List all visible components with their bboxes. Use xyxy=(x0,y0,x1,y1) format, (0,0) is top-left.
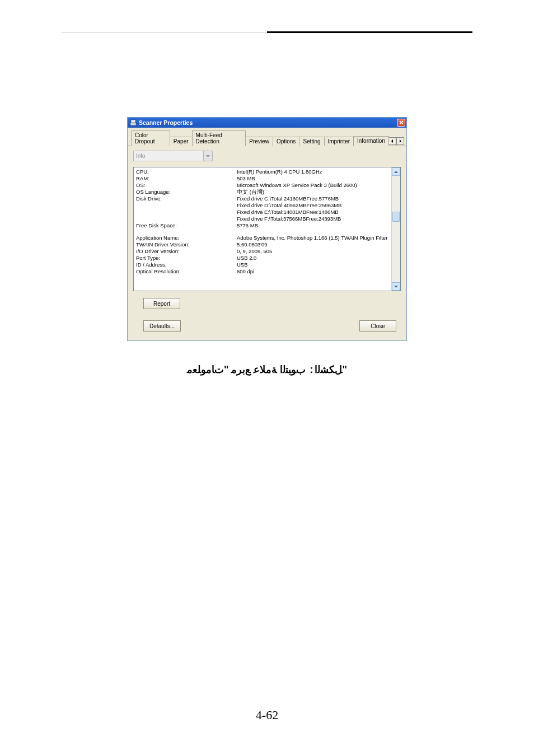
close-icon[interactable] xyxy=(397,119,405,127)
info-list: CPU:Intel(R) Pentium(R) 4 CPU 1.80GHzRAM… xyxy=(133,167,401,291)
info-key xyxy=(136,209,237,216)
tab-scroll-right[interactable] xyxy=(396,137,404,145)
info-value: 5776 MB xyxy=(237,222,389,229)
info-value: Fixed drive C:\Total:24160MBFree:5776MB xyxy=(237,195,389,202)
scanner-properties-window: Scanner Properties Color Dropout Paper M… xyxy=(127,117,407,341)
tab-color-dropout[interactable]: Color Dropout xyxy=(131,130,170,146)
info-row: TWAIN Driver Version:5.60.0803'09 xyxy=(136,241,389,248)
info-row: I/O Driver Version:0, 9, 2009, 505 xyxy=(136,248,389,255)
info-row: Free Disk Space:5776 MB xyxy=(136,222,389,229)
info-key xyxy=(136,216,237,222)
defaults-button[interactable]: Defaults... xyxy=(143,320,181,332)
info-row: Application Name:Adobe Systems, Inc. Pho… xyxy=(136,235,389,241)
info-value: Fixed drive E:\Total:14001MBFree:1486MB xyxy=(237,209,389,216)
chevron-down-icon xyxy=(203,151,212,161)
info-key: I/O Driver Version: xyxy=(136,248,237,255)
tab-multi-feed-detection[interactable]: Multi-Feed Detection xyxy=(192,130,246,146)
info-select-value: Info xyxy=(134,153,203,159)
info-key: CPU: xyxy=(136,169,237,175)
info-value: 0, 9, 2009, 505 xyxy=(237,248,389,255)
info-row: ID / Address:USB xyxy=(136,262,389,268)
figure-caption: ﻞﻜﺸﻟﺍ: ﺏﻮﺒﺘﻟﺍ ﺔﻣﻼﻋ ﻊﺑﺮﻣ "ﺕﺎﻣﻮﻠﻌﻣ" xyxy=(62,363,472,376)
app-icon xyxy=(130,119,137,126)
window-title: Scanner Properties xyxy=(139,119,193,126)
vertical-scrollbar[interactable] xyxy=(391,167,400,291)
info-key: RAM: xyxy=(136,175,237,182)
info-key: Port Type: xyxy=(136,255,237,262)
caption-separator: : xyxy=(310,364,313,376)
info-key: OS Language: xyxy=(136,189,237,195)
tab-scroll-arrows xyxy=(388,137,404,145)
close-button[interactable]: Close xyxy=(359,320,396,332)
tab-preview[interactable]: Preview xyxy=(245,137,273,146)
info-row: CPU:Intel(R) Pentium(R) 4 CPU 1.80GHz xyxy=(136,169,389,175)
info-key: Disk Drive: xyxy=(136,195,237,202)
tab-paper[interactable]: Paper xyxy=(170,137,193,146)
info-key xyxy=(136,202,237,209)
info-key: Optical Resolution: xyxy=(136,268,237,275)
info-row: Port Type:USB 2.0 xyxy=(136,255,389,262)
info-list-body: CPU:Intel(R) Pentium(R) 4 CPU 1.80GHzRAM… xyxy=(134,167,391,291)
info-value: Fixed drive F:\Total:37566MBFree:24393MB xyxy=(237,216,389,222)
scroll-thumb[interactable] xyxy=(392,212,400,222)
tab-information[interactable]: Information xyxy=(353,136,389,146)
info-value: 600 dpi xyxy=(237,268,389,275)
info-key: Free Disk Space: xyxy=(136,222,237,229)
report-button[interactable]: Report xyxy=(143,298,180,309)
tab-scroll-left[interactable] xyxy=(388,137,396,145)
info-value: Adobe Systems, Inc. Photoshop 1.166 (1.5… xyxy=(237,235,389,241)
info-value: 5.60.0803'09 xyxy=(237,241,389,248)
tab-imprinter[interactable]: Imprinter xyxy=(324,137,354,146)
info-row: Disk Drive:Fixed drive C:\Total:24160MBF… xyxy=(136,195,389,202)
tabbar: Color Dropout Paper Multi-Feed Detection… xyxy=(128,128,406,146)
info-value: 中文 (台灣) xyxy=(237,189,389,195)
info-row: OS Language:中文 (台灣) xyxy=(136,189,389,195)
tab-content-information: Info CPU:Intel(R) Pentium(R) 4 CPU 1.80G… xyxy=(128,146,406,340)
page-number: 4-62 xyxy=(0,708,534,722)
info-value: 503 MB xyxy=(237,175,389,182)
info-key: OS: xyxy=(136,182,237,189)
info-row: Fixed drive D:\Total:40962MBFree:25963MB xyxy=(136,202,389,209)
tab-setting[interactable]: Setting xyxy=(299,137,324,146)
tab-options[interactable]: Options xyxy=(273,137,299,146)
info-row: Fixed drive E:\Total:14001MBFree:1486MB xyxy=(136,209,389,216)
titlebar: Scanner Properties xyxy=(128,118,406,128)
info-row: OS:Microsoft Windows XP Service Pack 3 (… xyxy=(136,182,389,189)
info-value: Fixed drive D:\Total:40962MBFree:25963MB xyxy=(237,202,389,209)
info-key: TWAIN Driver Version: xyxy=(136,241,237,248)
info-value: Intel(R) Pentium(R) 4 CPU 1.80GHz xyxy=(237,169,389,175)
info-key: Application Name: xyxy=(136,235,237,241)
info-row: RAM:503 MB xyxy=(136,175,389,182)
svg-rect-0 xyxy=(130,123,136,125)
info-key: ID / Address: xyxy=(136,262,237,268)
scroll-down-button[interactable] xyxy=(392,282,400,291)
info-row: Fixed drive F:\Total:37566MBFree:24393MB xyxy=(136,216,389,222)
info-value: Microsoft Windows XP Service Pack 3 (Bui… xyxy=(237,182,389,189)
info-value: USB 2.0 xyxy=(237,255,389,262)
scroll-up-button[interactable] xyxy=(392,167,400,176)
info-value: USB xyxy=(237,262,389,268)
info-row: Optical Resolution:600 dpi xyxy=(136,268,389,275)
scroll-track[interactable] xyxy=(392,176,400,282)
info-select[interactable]: Info xyxy=(133,151,213,161)
svg-rect-1 xyxy=(131,120,135,123)
caption-left: ﻞﻜﺸﻟﺍ xyxy=(315,364,343,375)
